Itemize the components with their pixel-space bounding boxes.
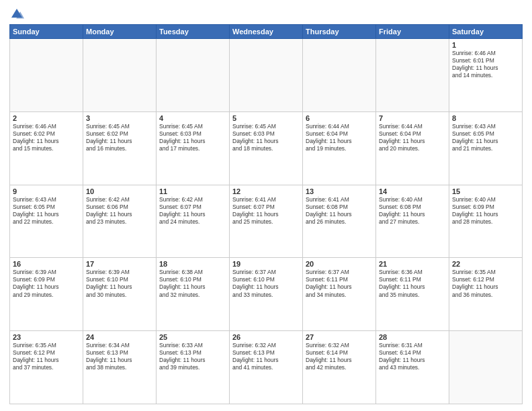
day-info: Sunrise: 6:43 AM Sunset: 6:05 PM Dayligh… [13, 196, 80, 226]
calendar-cell: 28Sunrise: 6:31 AM Sunset: 6:14 PM Dayli… [376, 331, 449, 404]
page: SundayMondayTuesdayWednesdayThursdayFrid… [0, 0, 532, 411]
calendar-cell: 12Sunrise: 6:41 AM Sunset: 6:07 PM Dayli… [230, 185, 303, 258]
day-info: Sunrise: 6:42 AM Sunset: 6:07 PM Dayligh… [159, 196, 226, 226]
calendar-cell: 7Sunrise: 6:44 AM Sunset: 6:04 PM Daylig… [376, 111, 449, 185]
day-number: 28 [379, 333, 446, 341]
calendar-cell: 14Sunrise: 6:40 AM Sunset: 6:08 PM Dayli… [376, 185, 449, 258]
day-info: Sunrise: 6:44 AM Sunset: 6:04 PM Dayligh… [306, 123, 373, 152]
week-row-1: 1Sunrise: 6:46 AM Sunset: 6:01 PM Daylig… [10, 39, 523, 112]
day-number: 26 [232, 333, 300, 341]
calendar-cell: 17Sunrise: 6:39 AM Sunset: 6:10 PM Dayli… [83, 258, 157, 331]
day-number: 10 [86, 187, 153, 195]
day-number: 11 [159, 187, 226, 195]
day-number: 3 [86, 114, 153, 122]
day-number: 6 [306, 114, 373, 122]
calendar-cell: 1Sunrise: 6:46 AM Sunset: 6:01 PM Daylig… [449, 39, 523, 112]
day-number: 7 [379, 114, 446, 122]
weekday-header-tuesday: Tuesday [157, 25, 230, 39]
calendar-cell: 18Sunrise: 6:38 AM Sunset: 6:10 PM Dayli… [157, 258, 230, 331]
day-info: Sunrise: 6:35 AM Sunset: 6:12 PM Dayligh… [13, 342, 80, 371]
day-info: Sunrise: 6:42 AM Sunset: 6:06 PM Dayligh… [86, 196, 153, 226]
day-info: Sunrise: 6:38 AM Sunset: 6:10 PM Dayligh… [159, 269, 226, 298]
day-info: Sunrise: 6:37 AM Sunset: 6:10 PM Dayligh… [232, 269, 300, 298]
day-info: Sunrise: 6:40 AM Sunset: 6:08 PM Dayligh… [379, 196, 446, 226]
day-number: 23 [13, 333, 80, 341]
day-number: 12 [232, 187, 300, 195]
day-info: Sunrise: 6:43 AM Sunset: 6:05 PM Dayligh… [452, 123, 519, 152]
day-info: Sunrise: 6:39 AM Sunset: 6:10 PM Dayligh… [86, 269, 153, 298]
day-info: Sunrise: 6:39 AM Sunset: 6:09 PM Dayligh… [13, 269, 80, 298]
calendar-cell: 26Sunrise: 6:32 AM Sunset: 6:13 PM Dayli… [230, 331, 303, 404]
calendar-cell: 11Sunrise: 6:42 AM Sunset: 6:07 PM Dayli… [157, 185, 230, 258]
day-info: Sunrise: 6:32 AM Sunset: 6:14 PM Dayligh… [306, 342, 373, 371]
calendar-cell: 15Sunrise: 6:40 AM Sunset: 6:09 PM Dayli… [449, 185, 523, 258]
weekday-header-thursday: Thursday [303, 25, 376, 39]
day-number: 25 [159, 333, 226, 341]
calendar-cell: 10Sunrise: 6:42 AM Sunset: 6:06 PM Dayli… [83, 185, 157, 258]
day-number: 8 [452, 114, 519, 122]
day-info: Sunrise: 6:40 AM Sunset: 6:09 PM Dayligh… [452, 196, 519, 226]
day-info: Sunrise: 6:44 AM Sunset: 6:04 PM Dayligh… [379, 123, 446, 152]
calendar-cell: 5Sunrise: 6:45 AM Sunset: 6:03 PM Daylig… [230, 111, 303, 185]
calendar: SundayMondayTuesdayWednesdayThursdayFrid… [9, 24, 523, 404]
calendar-cell: 9Sunrise: 6:43 AM Sunset: 6:05 PM Daylig… [10, 185, 83, 258]
calendar-cell: 2Sunrise: 6:46 AM Sunset: 6:02 PM Daylig… [10, 111, 83, 185]
day-number: 16 [13, 260, 80, 268]
calendar-cell: 19Sunrise: 6:37 AM Sunset: 6:10 PM Dayli… [230, 258, 303, 331]
day-number: 13 [306, 187, 373, 195]
day-info: Sunrise: 6:32 AM Sunset: 6:13 PM Dayligh… [232, 342, 300, 371]
day-number: 27 [306, 333, 373, 341]
calendar-cell: 23Sunrise: 6:35 AM Sunset: 6:12 PM Dayli… [10, 331, 83, 404]
day-info: Sunrise: 6:45 AM Sunset: 6:03 PM Dayligh… [159, 123, 226, 152]
day-number: 9 [13, 187, 80, 195]
day-number: 15 [452, 187, 519, 195]
day-number: 17 [86, 260, 153, 268]
calendar-cell: 24Sunrise: 6:34 AM Sunset: 6:13 PM Dayli… [83, 331, 157, 404]
week-row-3: 9Sunrise: 6:43 AM Sunset: 6:05 PM Daylig… [10, 185, 523, 258]
calendar-cell [376, 39, 449, 112]
calendar-cell [10, 39, 83, 112]
day-info: Sunrise: 6:36 AM Sunset: 6:11 PM Dayligh… [379, 269, 446, 298]
day-number: 20 [306, 260, 373, 268]
calendar-cell: 20Sunrise: 6:37 AM Sunset: 6:11 PM Dayli… [303, 258, 376, 331]
weekday-header-monday: Monday [83, 25, 157, 39]
day-number: 5 [232, 114, 300, 122]
week-row-5: 23Sunrise: 6:35 AM Sunset: 6:12 PM Dayli… [10, 331, 523, 404]
calendar-cell: 25Sunrise: 6:33 AM Sunset: 6:13 PM Dayli… [157, 331, 230, 404]
day-info: Sunrise: 6:45 AM Sunset: 6:02 PM Dayligh… [86, 123, 153, 152]
day-number: 14 [379, 187, 446, 195]
calendar-cell [157, 39, 230, 112]
day-number: 24 [86, 333, 153, 341]
day-number: 1 [452, 41, 519, 49]
day-info: Sunrise: 6:34 AM Sunset: 6:13 PM Dayligh… [86, 342, 153, 371]
day-info: Sunrise: 6:41 AM Sunset: 6:07 PM Dayligh… [232, 196, 300, 226]
day-info: Sunrise: 6:33 AM Sunset: 6:13 PM Dayligh… [159, 342, 226, 371]
calendar-cell [303, 39, 376, 112]
logo [9, 7, 26, 21]
calendar-cell: 22Sunrise: 6:35 AM Sunset: 6:12 PM Dayli… [449, 258, 523, 331]
calendar-cell: 21Sunrise: 6:36 AM Sunset: 6:11 PM Dayli… [376, 258, 449, 331]
day-number: 18 [159, 260, 226, 268]
calendar-cell [449, 331, 523, 404]
weekday-header-saturday: Saturday [449, 25, 523, 39]
day-info: Sunrise: 6:41 AM Sunset: 6:08 PM Dayligh… [306, 196, 373, 226]
day-info: Sunrise: 6:31 AM Sunset: 6:14 PM Dayligh… [379, 342, 446, 371]
week-row-2: 2Sunrise: 6:46 AM Sunset: 6:02 PM Daylig… [10, 111, 523, 185]
calendar-cell: 16Sunrise: 6:39 AM Sunset: 6:09 PM Dayli… [10, 258, 83, 331]
weekday-header-wednesday: Wednesday [230, 25, 303, 39]
calendar-cell: 6Sunrise: 6:44 AM Sunset: 6:04 PM Daylig… [303, 111, 376, 185]
day-info: Sunrise: 6:46 AM Sunset: 6:02 PM Dayligh… [13, 123, 80, 152]
day-info: Sunrise: 6:45 AM Sunset: 6:03 PM Dayligh… [232, 123, 300, 152]
header [9, 7, 523, 21]
calendar-cell [230, 39, 303, 112]
calendar-cell: 8Sunrise: 6:43 AM Sunset: 6:05 PM Daylig… [449, 111, 523, 185]
logo-icon [9, 7, 24, 21]
week-row-4: 16Sunrise: 6:39 AM Sunset: 6:09 PM Dayli… [10, 258, 523, 331]
calendar-cell: 13Sunrise: 6:41 AM Sunset: 6:08 PM Dayli… [303, 185, 376, 258]
weekday-header-sunday: Sunday [10, 25, 83, 39]
day-number: 22 [452, 260, 519, 268]
day-info: Sunrise: 6:37 AM Sunset: 6:11 PM Dayligh… [306, 269, 373, 298]
calendar-cell: 27Sunrise: 6:32 AM Sunset: 6:14 PM Dayli… [303, 331, 376, 404]
weekday-header-row: SundayMondayTuesdayWednesdayThursdayFrid… [10, 25, 523, 39]
day-number: 19 [232, 260, 300, 268]
